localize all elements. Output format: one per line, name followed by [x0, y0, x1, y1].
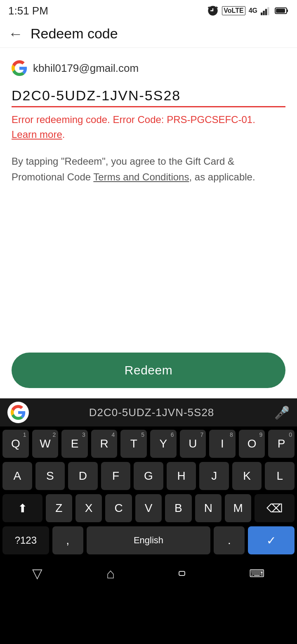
key-row-4: ?123 , English . ✓	[2, 526, 295, 554]
nav-recents[interactable]	[179, 571, 185, 576]
key-t[interactable]: 5T	[120, 430, 147, 458]
learn-more-link[interactable]: Learn more	[12, 129, 62, 140]
key-q[interactable]: 1Q	[2, 430, 29, 458]
signal-icon	[261, 6, 271, 15]
status-icons: VoLTE 4G	[207, 5, 289, 17]
key-l[interactable]: L	[265, 462, 295, 490]
svg-rect-1	[263, 11, 264, 15]
nav-keyboard[interactable]: ⌨	[249, 567, 265, 580]
page-title: Redeem code	[31, 26, 118, 42]
error-block: Error redeeming code. Error Code: PRS-PG…	[12, 112, 285, 142]
key-row-3: ⬆ Z X C V B N M ⌫	[2, 494, 295, 522]
key-symbols[interactable]: ?123	[2, 526, 49, 554]
key-v[interactable]: V	[135, 494, 162, 522]
keyboard-topbar: D2C0-5UDZ-1JVN-5S28 🎤	[0, 398, 297, 426]
google-icon	[12, 60, 27, 76]
code-input[interactable]	[12, 88, 285, 107]
code-input-wrapper[interactable]	[12, 88, 285, 107]
key-shift[interactable]: ⬆	[2, 494, 42, 522]
svg-rect-5	[287, 9, 288, 12]
svg-rect-2	[265, 9, 267, 15]
4g-icon: 4G	[249, 7, 257, 14]
content-area: kbhil0179@gmail.com Error redeeming code…	[0, 48, 297, 185]
battery-icon	[275, 7, 289, 15]
alarm-icon	[207, 5, 219, 17]
status-time: 1:51 PM	[8, 5, 48, 17]
status-bar: 1:51 PM VoLTE 4G	[0, 0, 297, 20]
redeem-btn-area: Redeem	[12, 353, 285, 388]
top-bar: ← Redeem code	[0, 20, 297, 48]
key-a[interactable]: A	[2, 462, 32, 490]
key-p[interactable]: 0P	[268, 430, 295, 458]
volte-icon: VoLTE	[222, 6, 245, 15]
svg-rect-3	[267, 7, 269, 15]
mic-icon[interactable]: 🎤	[274, 405, 290, 420]
keyboard-nav: ▽ ⌂ ⌨	[0, 559, 297, 588]
key-space[interactable]: English	[87, 526, 210, 554]
key-u[interactable]: 7U	[180, 430, 206, 458]
svg-rect-6	[276, 9, 285, 13]
account-row: kbhil0179@gmail.com	[12, 60, 285, 76]
key-s[interactable]: S	[35, 462, 65, 490]
key-x[interactable]: X	[75, 494, 102, 522]
key-m[interactable]: M	[225, 494, 251, 522]
key-backspace[interactable]: ⌫	[255, 494, 295, 522]
account-email: kbhil0179@gmail.com	[33, 62, 139, 75]
key-i[interactable]: 8I	[209, 430, 236, 458]
key-n[interactable]: N	[195, 494, 222, 522]
key-d[interactable]: D	[68, 462, 98, 490]
key-e[interactable]: 3E	[61, 430, 88, 458]
key-c[interactable]: C	[105, 494, 132, 522]
key-enter[interactable]: ✓	[248, 526, 295, 554]
keyboard-google-icon	[11, 405, 26, 420]
key-o[interactable]: 9O	[239, 430, 265, 458]
key-h[interactable]: H	[167, 462, 196, 490]
key-g[interactable]: G	[134, 462, 163, 490]
keyboard-area: D2C0-5UDZ-1JVN-5S28 🎤 1Q 2W 3E 4R 5T 6Y …	[0, 398, 297, 644]
terms-link[interactable]: Terms and Conditions	[93, 171, 189, 182]
redeem-button[interactable]: Redeem	[12, 353, 285, 388]
back-button[interactable]: ←	[8, 26, 23, 41]
key-f[interactable]: F	[101, 462, 131, 490]
key-b[interactable]: B	[165, 494, 191, 522]
svg-rect-0	[261, 12, 262, 15]
key-comma[interactable]: ,	[52, 526, 83, 554]
key-period[interactable]: .	[214, 526, 245, 554]
key-w[interactable]: 2W	[32, 430, 59, 458]
key-row-2: A S D F G H J K L	[2, 462, 295, 490]
nav-back[interactable]: ▽	[32, 566, 42, 581]
key-row-1: 1Q 2W 3E 4R 5T 6Y 7U 8I 9O 0P	[2, 430, 295, 458]
key-r[interactable]: 4R	[91, 430, 118, 458]
nav-home[interactable]: ⌂	[106, 566, 115, 582]
key-rows: 1Q 2W 3E 4R 5T 6Y 7U 8I 9O 0P A S D F G …	[0, 426, 297, 554]
keyboard-suggestion: D2C0-5UDZ-1JVN-5S28	[29, 406, 274, 419]
key-y[interactable]: 6Y	[150, 430, 177, 458]
error-text: Error redeeming code. Error Code: PRS-PG…	[12, 114, 255, 140]
key-k[interactable]: K	[232, 462, 262, 490]
terms-text: By tapping "Redeem", you agree to the Gi…	[12, 154, 285, 185]
key-j[interactable]: J	[199, 462, 229, 490]
key-z[interactable]: Z	[46, 494, 72, 522]
keyboard-google-logo	[7, 402, 29, 423]
